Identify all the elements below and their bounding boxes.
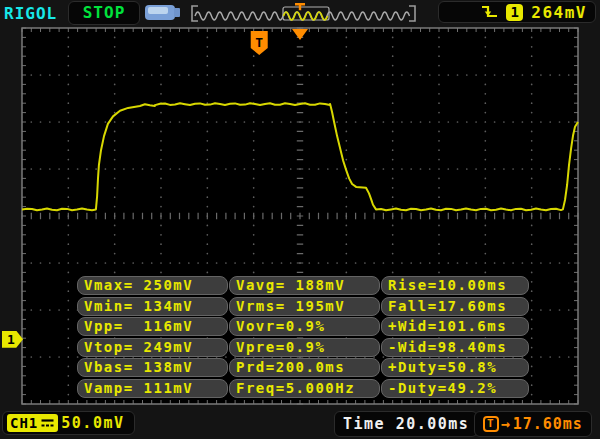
measurement-cell: Vamp= 111mV [77, 379, 228, 398]
channel1-scale-value: 50.0mV [61, 414, 124, 432]
dc-coupling-icon [40, 417, 55, 429]
trigger-status-box: 1 264mV [438, 1, 596, 23]
channel1-label-text: CH1 [10, 415, 38, 431]
trigger-channel-badge: 1 [506, 4, 523, 21]
trigger-position-marker-label: T [255, 35, 263, 50]
preview-right-bracket [409, 6, 415, 21]
measurement-cell: Vrms= 195mV [229, 297, 380, 316]
measurement-cell: Vmin= 134mV [77, 297, 228, 316]
trigger-offset-readout: T → 17.60ms [474, 411, 592, 437]
measurement-cell: Rise=10.00ms [381, 276, 529, 295]
channel1-label: CH1 [7, 414, 58, 432]
measurement-cell: Vavg= 188mV [229, 276, 380, 295]
falling-edge-icon [481, 3, 498, 21]
measurement-cell: Freq=5.000Hz [229, 379, 380, 398]
measurement-cell: Prd=200.0ms [229, 358, 380, 377]
timebase-readout: Time 20.00ms [334, 411, 478, 437]
measurement-cell: +Duty=50.8% [381, 358, 529, 377]
usb-storage-icon [145, 5, 175, 20]
run-state-indicator: STOP [68, 1, 140, 25]
waveform-preview-strip [187, 3, 420, 23]
measurement-cell: Vovr=0.9% [229, 317, 380, 336]
trigger-offset-arrow-icon: → [501, 415, 511, 433]
bottom-status-bar: CH1 50.0mV Time 20.00ms T → 17.60ms [0, 408, 600, 439]
top-status-bar: RIGOL STOP 1 264mV [0, 0, 600, 26]
preview-left-bracket [192, 6, 198, 21]
channel1-status-box: CH1 50.0mV [2, 411, 135, 435]
measurement-cell: +Wid=101.6ms [381, 317, 529, 336]
measurement-cell: -Wid=98.40ms [381, 338, 529, 357]
measurement-cell: Vpp= 116mV [77, 317, 228, 336]
usb-storage-icon-tab [174, 8, 180, 17]
trigger-level-value: 264mV [531, 3, 587, 22]
preview-waveform [195, 12, 410, 20]
measurement-cell: -Duty=49.2% [381, 379, 529, 398]
trigger-offset-t-icon: T [483, 416, 499, 432]
measurement-cell: Vtop= 249mV [77, 338, 228, 357]
usb-storage-icon-inner [148, 7, 168, 14]
measurement-cell: Vmax= 250mV [77, 276, 228, 295]
measurement-cell: Vpre=0.9% [229, 338, 380, 357]
measurement-cell: Fall=17.60ms [381, 297, 529, 316]
oscilloscope-screen: T RIGOL STOP 1 264mV 1 Vmax= 250mVVavg= … [0, 0, 600, 439]
measurement-cell: Vbas= 138mV [77, 358, 228, 377]
measurement-panel: Vmax= 250mVVavg= 188mVRise=10.00msVmin= … [77, 276, 529, 399]
brand-logo: RIGOL [4, 4, 57, 23]
trigger-offset-value: 17.60ms [513, 415, 583, 433]
